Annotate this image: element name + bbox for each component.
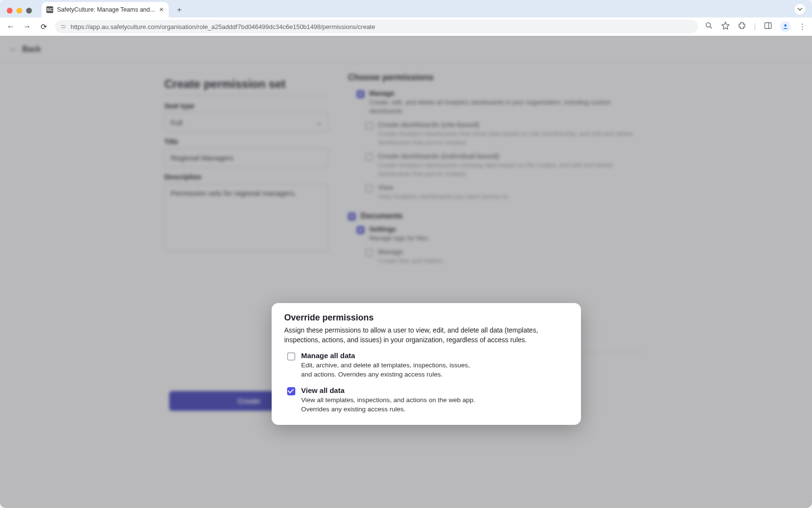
override-item-desc: View all templates, inspections, and act…: [301, 396, 480, 414]
site-settings-icon: [60, 23, 67, 30]
omnibox[interactable]: https://app.au.safetyculture.com/organis…: [55, 20, 698, 33]
kebab-menu-icon[interactable]: ⋮: [798, 22, 806, 31]
svg-rect-2: [765, 23, 771, 29]
browser-window: SC SafetyCulture: Manage Teams and... ✕ …: [0, 0, 812, 508]
tab-favicon: SC: [46, 6, 53, 13]
override-item-view[interactable]: View all data View all templates, inspec…: [287, 386, 568, 414]
override-item-manage[interactable]: Manage all data Edit, archive, and delet…: [287, 351, 568, 379]
card-description: Assign these permissions to allow a user…: [284, 326, 568, 345]
tab-strip: SC SafetyCulture: Manage Teams and... ✕ …: [0, 0, 812, 17]
address-bar: ← → ⟳ https://app.au.safetyculture.com/o…: [0, 17, 812, 36]
window-controls: [7, 8, 32, 14]
svg-point-0: [706, 23, 710, 27]
tabs-dropdown-button[interactable]: [795, 4, 805, 15]
browser-tab[interactable]: SC SafetyCulture: Manage Teams and... ✕: [42, 2, 169, 17]
override-item-title: View all data: [301, 386, 480, 394]
tab-close-icon[interactable]: ✕: [159, 6, 164, 13]
window-zoom[interactable]: [26, 8, 32, 14]
nav-back-button[interactable]: ←: [6, 22, 15, 31]
profile-avatar-icon[interactable]: [780, 21, 791, 32]
nav-reload-button[interactable]: ⟳: [39, 22, 48, 31]
url-text: https://app.au.safetyculture.com/organis…: [71, 23, 693, 30]
window-minimize[interactable]: [16, 8, 22, 14]
override-item-desc: Edit, archive, and delete all templates,…: [301, 361, 480, 379]
viewport: ← Back Create permission set Seat type F…: [0, 36, 812, 508]
card-heading: Override permissions: [284, 313, 568, 323]
nav-forward-button[interactable]: →: [22, 22, 32, 31]
svg-point-4: [784, 24, 787, 27]
checkbox[interactable]: [287, 352, 295, 361]
svg-line-1: [710, 27, 712, 29]
modal-overlay: [0, 36, 812, 508]
side-panel-icon[interactable]: [764, 21, 772, 32]
extensions-icon[interactable]: [738, 21, 746, 32]
new-tab-button[interactable]: ＋: [173, 3, 186, 16]
window-close[interactable]: [7, 8, 13, 14]
tab-title: SafetyCulture: Manage Teams and...: [57, 6, 155, 13]
zoom-icon[interactable]: [705, 21, 713, 32]
override-item-title: Manage all data: [301, 351, 480, 360]
chevron-down-icon: [798, 7, 802, 12]
bookmark-star-icon[interactable]: [721, 21, 730, 32]
toolbar-icons: | ⋮: [705, 21, 806, 32]
checkbox[interactable]: [287, 387, 295, 395]
override-permissions-card: Override permissions Assign these permis…: [272, 303, 581, 425]
